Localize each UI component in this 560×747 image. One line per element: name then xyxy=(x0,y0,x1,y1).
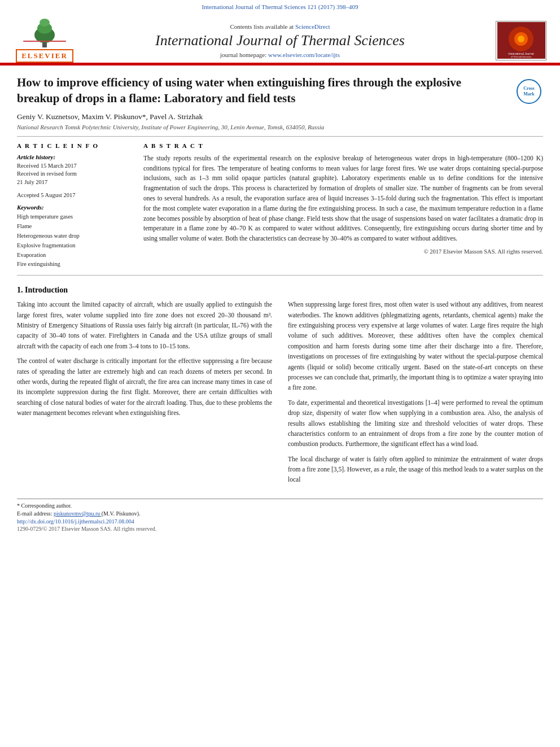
keyword-6: Fire extinguishing xyxy=(17,260,130,269)
affiliation: National Research Tomsk Polytechnic Univ… xyxy=(17,124,543,130)
keyword-1: High temperature gases xyxy=(17,212,130,222)
intro-para-5: The local discharge of water is fairly o… xyxy=(288,454,543,485)
article-content: How to improve efficiency of using water… xyxy=(0,65,560,541)
abstract-text: The study reports results of the experim… xyxy=(143,154,543,244)
accepted-date: Accepted 5 August 2017 xyxy=(17,191,130,200)
intro-left-text: Taking into account the limited capacity… xyxy=(17,299,272,418)
svg-point-8 xyxy=(518,36,524,42)
journal-header: ELSEVIER Contents lists available at Sci… xyxy=(0,12,560,64)
elsevier-text: ELSEVIER xyxy=(21,51,68,60)
intro-para-1: Taking into account the limited capacity… xyxy=(17,299,272,351)
intro-right-col: When suppressing large forest fires, mos… xyxy=(288,299,543,490)
info-abstract-section: A R T I C L E I N F O Article history: R… xyxy=(17,142,543,270)
homepage-url[interactable]: www.elsevier.com/locate/ijts xyxy=(268,51,340,58)
introduction-heading: 1. Introduction xyxy=(17,286,543,295)
svg-text:of Thermal Sciences: of Thermal Sciences xyxy=(510,55,531,58)
science-direct-text: ScienceDirect xyxy=(295,23,330,30)
elsevier-logo-area: ELSEVIER xyxy=(14,18,76,63)
svg-point-3 xyxy=(40,19,50,27)
revised-date: Received in revised form21 July 2017 xyxy=(17,171,77,185)
crossmark-icon: CrossMark xyxy=(517,79,541,104)
author-list: Geniy V. Kuznetsov, Maxim V. Piskunov*, … xyxy=(17,112,543,121)
keyword-3: Heterogeneous water drop xyxy=(17,231,130,241)
introduction-section: 1. Introduction Taking into account the … xyxy=(17,286,543,490)
intro-para-2: The control of water discharge is critic… xyxy=(17,356,272,418)
header-divider xyxy=(17,136,543,137)
email-footnote: E-mail address: piskunovmv@tpu.ru (M.V. … xyxy=(17,510,543,517)
doi-link[interactable]: http://dx.doi.org/10.1016/j.ijthermalsci… xyxy=(17,518,543,525)
journal-cover-image: International Journal of Thermal Science… xyxy=(484,21,546,60)
elsevier-wordmark: ELSEVIER xyxy=(16,49,73,63)
footnote-section: * Corresponding author. E-mail address: … xyxy=(17,499,543,532)
abstract-copyright: © 2017 Elsevier Masson SAS. All rights r… xyxy=(143,248,543,255)
keywords-label: Keywords: xyxy=(17,204,130,211)
journal-title: International Journal of Thermal Science… xyxy=(87,32,473,49)
article-title: How to improve efficiency of using water… xyxy=(17,75,515,107)
authors-text: Geniy V. Kuznetsov, Maxim V. Piskunov*, … xyxy=(17,112,203,121)
crossmark-badge[interactable]: CrossMark xyxy=(515,77,543,106)
keywords-list: High temperature gases Flame Heterogeneo… xyxy=(17,212,130,269)
intro-para-4: To date, experimental and theoretical in… xyxy=(288,397,543,449)
keyword-5: Evaporation xyxy=(17,251,130,260)
intro-para-3: When suppressing large forest fires, mos… xyxy=(288,299,543,393)
bottom-copyright: 1290-0729/© 2017 Elsevier Masson SAS. Al… xyxy=(17,526,543,532)
article-title-section: How to improve efficiency of using water… xyxy=(17,75,543,107)
cover-svg: International Journal of Thermal Science… xyxy=(497,22,545,59)
abstract-divider xyxy=(17,275,543,276)
elsevier-tree-icon xyxy=(22,18,67,49)
corresponding-author-note: * Corresponding author. xyxy=(17,503,543,509)
article-info-panel: A R T I C L E I N F O Article history: R… xyxy=(17,142,130,270)
abstract-panel: A B S T R A C T The study reports result… xyxy=(143,142,543,270)
journal-homepage: journal homepage: www.elsevier.com/locat… xyxy=(87,51,473,58)
journal-cover-graphic: International Journal of Thermal Science… xyxy=(497,22,545,59)
keyword-2: Flame xyxy=(17,222,130,231)
received-date: Received 15 March 2017 Received in revis… xyxy=(17,162,130,187)
keyword-4: Explosive fragmentation xyxy=(17,241,130,251)
article-history-label: Article history: xyxy=(17,154,130,160)
intro-left-col: Taking into account the limited capacity… xyxy=(17,299,272,490)
abstract-heading: A B S T R A C T xyxy=(143,142,543,149)
intro-right-text: When suppressing large forest fires, mos… xyxy=(288,299,543,485)
journal-cover-box: International Journal of Thermal Science… xyxy=(496,21,546,60)
science-direct-link[interactable]: ScienceDirect xyxy=(295,23,330,30)
journal-citation: International Journal of Thermal Science… xyxy=(0,0,560,12)
svg-rect-4 xyxy=(23,41,66,42)
journal-center-header: Contents lists available at ScienceDirec… xyxy=(76,23,484,58)
citation-text: International Journal of Thermal Science… xyxy=(202,3,358,10)
contents-available: Contents lists available at ScienceDirec… xyxy=(87,23,473,30)
contents-text: Contents lists available at xyxy=(230,23,294,30)
article-info-heading: A R T I C L E I N F O xyxy=(17,142,130,149)
email-link[interactable]: piskunovmv@tpu.ru xyxy=(54,510,102,517)
introduction-columns: Taking into account the limited capacity… xyxy=(17,299,543,490)
